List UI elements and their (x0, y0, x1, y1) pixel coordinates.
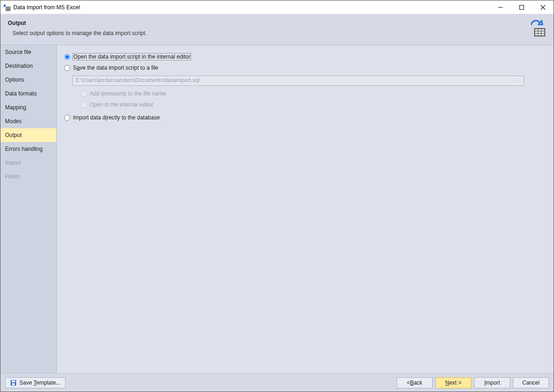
svg-rect-12 (542, 29, 544, 31)
sidebar-item-options[interactable]: Options (0, 73, 56, 87)
file-path-value: E:\Users\jordansanders\Documents\dataimp… (76, 77, 199, 83)
radio-import-directly-label[interactable]: Import data directly to the database (73, 114, 160, 121)
radio-open-internal-editor-label[interactable]: Open the data import script in the inter… (73, 53, 191, 60)
refresh-grid-icon (528, 20, 546, 38)
svg-rect-16 (535, 34, 538, 36)
cancel-button[interactable]: Cancel (513, 377, 549, 388)
page-subtitle: Select output options to manage the data… (12, 30, 528, 36)
sidebar-item-modes[interactable]: Modes (0, 114, 56, 128)
radio-save-to-file-label[interactable]: Save the data import script to a file (73, 65, 158, 71)
svg-rect-11 (538, 29, 541, 31)
window-controls (490, 0, 554, 14)
back-button[interactable]: < Back (397, 377, 433, 388)
wizard-footer: Save Template... < Back Next > Import Ca… (0, 373, 554, 392)
file-path-field: E:\Users\jordansanders\Documents\dataimp… (72, 76, 524, 86)
sidebar-item-destination[interactable]: Destination (0, 59, 56, 73)
sidebar-item-data-formats[interactable]: Data formats (0, 87, 56, 101)
sidebar-item-finish: Finish (0, 170, 56, 184)
svg-rect-21 (12, 383, 15, 385)
sidebar-item-mapping[interactable]: Mapping (0, 101, 56, 114)
svg-rect-0 (6, 7, 10, 11)
import-button[interactable]: Import (474, 377, 510, 388)
save-icon (10, 380, 17, 386)
wizard-content: Open the data import script in the inter… (57, 45, 554, 373)
radio-save-to-file[interactable] (64, 65, 70, 71)
browse-button: ··· (513, 78, 523, 83)
svg-rect-14 (538, 31, 541, 33)
titlebar: Data Import from MS Excel (0, 0, 554, 14)
window-title: Data Import from MS Excel (13, 4, 490, 11)
wizard-sidebar: Source file Destination Options Data for… (0, 45, 57, 373)
checkbox-add-timestamp-label: Add timestamp to the file name (90, 90, 166, 97)
sidebar-item-output[interactable]: Output (0, 128, 56, 142)
checkbox-add-timestamp (81, 91, 87, 97)
radio-open-internal-editor[interactable] (64, 54, 70, 60)
svg-rect-18 (542, 34, 544, 36)
sidebar-item-errors-handling[interactable]: Errors handling (0, 142, 56, 156)
maximize-button[interactable] (511, 0, 532, 14)
import-grid-icon (3, 4, 11, 11)
svg-rect-17 (538, 34, 541, 36)
svg-rect-20 (12, 380, 15, 382)
svg-rect-10 (535, 29, 538, 31)
checkbox-open-internal-editor-label: Open in the internal editor (90, 101, 153, 108)
sidebar-item-import: Import (0, 156, 56, 170)
checkbox-open-internal-editor (81, 102, 87, 108)
page-title: Output (8, 20, 528, 26)
save-template-label: Save Template... (19, 380, 60, 386)
next-button[interactable]: Next > (435, 377, 471, 388)
svg-rect-13 (535, 31, 538, 33)
sidebar-item-source-file[interactable]: Source file (0, 45, 56, 59)
svg-rect-6 (520, 5, 524, 9)
svg-rect-15 (542, 31, 544, 33)
wizard-header: Output Select output options to manage t… (0, 14, 554, 45)
radio-import-directly[interactable] (64, 115, 70, 121)
close-button[interactable] (532, 0, 554, 14)
minimize-button[interactable] (490, 0, 511, 14)
save-template-button[interactable]: Save Template... (5, 377, 66, 388)
